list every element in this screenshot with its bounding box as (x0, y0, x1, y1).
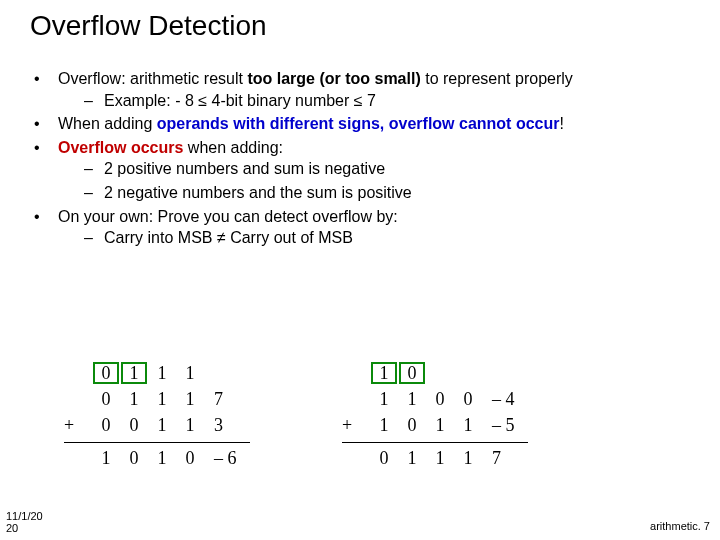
op1-value: 7 (204, 388, 250, 410)
res-bit: 1 (426, 447, 454, 469)
op2-bit: 0 (398, 414, 426, 436)
op2-bit: 1 (176, 414, 204, 436)
op1-bit: 0 (92, 388, 120, 410)
op2-value: – 5 (482, 414, 528, 436)
footer-date-line1: 11/1/20 (6, 510, 43, 522)
bullet-4: On your own: Prove you can detect overfl… (28, 206, 693, 249)
op2-value: 3 (204, 414, 250, 436)
plus-sign: + (64, 414, 92, 436)
footer-page-label: arithmetic. 7 (650, 520, 710, 532)
bullet-3: Overflow occurs when adding: 2 positive … (28, 137, 693, 204)
res-bit: 0 (370, 447, 398, 469)
arithmetic-examples: 0 1 1 1 0 1 1 1 7 + 0 0 1 1 3 1 0 1 (64, 362, 528, 469)
op1-bit: 1 (398, 388, 426, 410)
res-value: – 6 (204, 447, 250, 469)
op1-bit: 1 (148, 388, 176, 410)
op2-bit: 0 (92, 414, 120, 436)
carry-bit (454, 362, 482, 384)
op2-bit: 1 (426, 414, 454, 436)
res-value: 7 (482, 447, 528, 469)
res-bit: 0 (120, 447, 148, 469)
op1-value: – 4 (482, 388, 528, 410)
res-bit: 1 (92, 447, 120, 469)
b4-text: On your own: Prove you can detect overfl… (58, 208, 398, 225)
plus-sign: + (342, 414, 370, 436)
b1-text-bold: too large (or too small) (247, 70, 420, 87)
sum-rule (342, 442, 528, 443)
res-bit: 1 (148, 447, 176, 469)
res-bit: 1 (454, 447, 482, 469)
b2-text-bold: operands with different signs, overflow … (157, 115, 560, 132)
op1-bit: 1 (176, 388, 204, 410)
bullet-list: Overflow: arithmetic result too large (o… (28, 68, 693, 251)
res-bit: 1 (398, 447, 426, 469)
carry-bit (426, 362, 454, 384)
b1-text-c: to represent properly (421, 70, 573, 87)
op1-bit: 0 (426, 388, 454, 410)
bullet-4-sub-1: Carry into MSB ≠ Carry out of MSB (58, 227, 693, 249)
b2-text-c: ! (559, 115, 563, 132)
res-bit: 0 (176, 447, 204, 469)
op2-bit: 1 (454, 414, 482, 436)
b2-text-a: When adding (58, 115, 157, 132)
carry-bit: 1 (148, 362, 176, 384)
bullet-2: When adding operands with different sign… (28, 113, 693, 135)
b3-text-b: when adding: (183, 139, 283, 156)
op2-bit: 0 (120, 414, 148, 436)
carry-msb-left: 1 (121, 362, 147, 384)
carry-msb-right: 0 (399, 362, 425, 384)
bullet-1-sub-1: Example: - 8 ≤ 4-bit binary number ≤ 7 (58, 90, 693, 112)
footer-date: 11/1/20 20 (6, 510, 43, 534)
op2-bit: 1 (370, 414, 398, 436)
example-right: 1 0 1 1 0 0 – 4 + 1 0 1 1 – 5 0 1 1 (342, 362, 528, 469)
carry-out-left: 0 (93, 362, 119, 384)
bullet-1: Overflow: arithmetic result too large (o… (28, 68, 693, 111)
footer-date-line2: 20 (6, 522, 18, 534)
op1-bit: 1 (370, 388, 398, 410)
carry-out-right: 1 (371, 362, 397, 384)
carry-bit: 1 (176, 362, 204, 384)
b1-text-a: Overflow: arithmetic result (58, 70, 247, 87)
sum-rule (64, 442, 250, 443)
bullet-3-sub-1: 2 positive numbers and sum is negative (58, 158, 693, 180)
op1-bit: 1 (120, 388, 148, 410)
example-left: 0 1 1 1 0 1 1 1 7 + 0 0 1 1 3 1 0 1 (64, 362, 250, 469)
bullet-3-sub-2: 2 negative numbers and the sum is positi… (58, 182, 693, 204)
slide-title: Overflow Detection (30, 10, 267, 42)
op2-bit: 1 (148, 414, 176, 436)
b3-text-bold: Overflow occurs (58, 139, 183, 156)
op1-bit: 0 (454, 388, 482, 410)
